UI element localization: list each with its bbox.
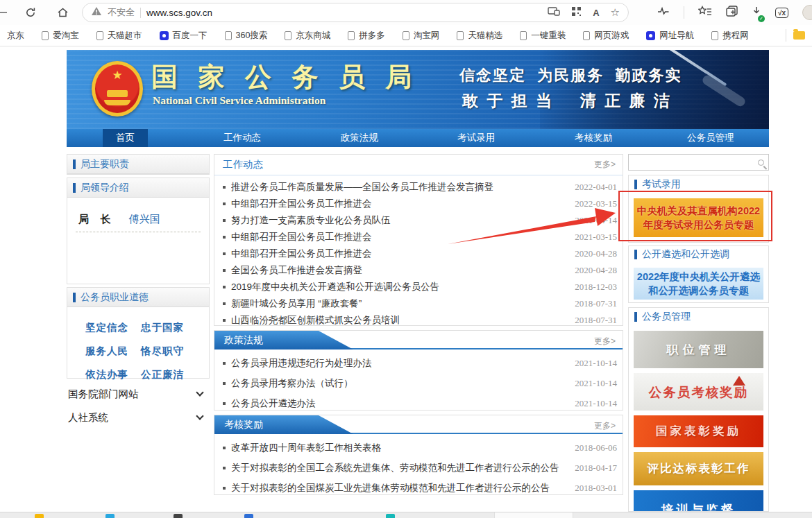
nav-item[interactable]: 公务员管理 [674, 129, 747, 147]
bookmark-item[interactable]: 拼多多 [348, 30, 385, 42]
policy-list-item[interactable]: 公务员录用违规违纪行为处理办法 2021-10-14 [223, 353, 617, 373]
news-list-item[interactable]: 全国公务员工作推进会发言摘登 2020-04-28 [223, 262, 617, 279]
profile-avatar[interactable] [802, 5, 812, 20]
awards-list-item[interactable]: 关于对拟表彰的全国煤炭工业先进集体劳动模范和先进工作者进行公示的公告 2018-… [223, 478, 617, 498]
back-icon[interactable] [0, 12, 7, 13]
search-icon[interactable] [758, 159, 764, 166]
mgmt-banner[interactable]: 职位管理 [634, 331, 763, 368]
mgmt-banner-label: 评比达标表彰工作 [648, 461, 750, 476]
nav-item[interactable]: 考核奖励 [561, 129, 625, 147]
news-more-link[interactable]: 更多> [594, 159, 616, 171]
policy-list-item[interactable]: 公务员公开遴选办法 2021-10-14 [223, 393, 617, 413]
browser-essentials-icon[interactable] [657, 6, 670, 19]
exam-2022-banner[interactable]: 中央机关及其直属机构2022 年度考试录用公务员专题 [634, 198, 763, 237]
ethics-link[interactable]: 坚定信念 [85, 321, 141, 334]
policy-list-item[interactable]: 公务员录用考察办法（试行） 2021-10-14 [223, 373, 617, 393]
mgmt-banner[interactable]: 公务员考核奖励 [634, 373, 763, 411]
ethics-link[interactable]: 公正廉洁 [141, 368, 196, 381]
mgmt-banner[interactable]: 国家表彰奖励 [634, 415, 763, 447]
device-preview-icon[interactable] [548, 6, 560, 19]
awards-section-title[interactable]: 考核奖励 [214, 415, 353, 434]
ethics-link[interactable]: 依法办事 [85, 368, 141, 381]
bookmark-label: 网址导航 [659, 30, 694, 42]
url-text[interactable]: www.scs.gov.cn [146, 8, 542, 18]
taskbar-app-icon[interactable] [35, 514, 44, 518]
news-box: 工作动态 更多> 推进公务员工作高质量发展——全国公务员工作推进会发言摘登 20… [214, 154, 623, 326]
exam-header[interactable]: 考试录用 [629, 175, 768, 193]
bookmark-item[interactable]: 天猫精选 [457, 30, 502, 42]
awards-list-item[interactable]: 关于对拟表彰的全国工会系统先进集体、劳动模范和先进工作者进行公示的公告 2018… [223, 458, 617, 478]
home-icon[interactable] [56, 6, 69, 19]
refresh-icon[interactable] [24, 6, 37, 19]
qr-code-icon[interactable] [571, 6, 582, 19]
bookmark-item[interactable]: 360搜索 [225, 30, 268, 42]
taskbar-app-icon[interactable] [105, 514, 115, 518]
mgmt-banner[interactable]: 评比达标表彰工作 [634, 452, 763, 485]
govt-sites-dropdown[interactable]: 国务院部门网站 [68, 386, 207, 402]
nav-item[interactable]: 首页 [103, 129, 148, 147]
bullet-icon [223, 286, 226, 288]
news-list-item[interactable]: 中组部召开全国公务员工作推进会 2021-03-15 [223, 229, 617, 245]
leaders-header[interactable]: 局领导介绍 [67, 178, 209, 198]
news-list-item[interactable]: 中组部召开全国公务员工作推进会 2022-03-15 [223, 196, 617, 212]
news-list-item[interactable]: 2019年度中央机关公开遴选和公开选调公务员公告 2018-12-03 [223, 279, 617, 295]
downloads-icon[interactable]: ✓ [752, 6, 761, 19]
bookmark-item[interactable]: 淘宝网 [403, 30, 440, 42]
awards-title: 关于对拟表彰的全国工会系统先进集体、劳动模范和先进工作者进行公示的公告 [231, 462, 568, 474]
nav-item[interactable]: 考试录用 [444, 129, 508, 147]
select-2022-banner[interactable]: 2022年度中央机关公开遴选 和公开选调公务员专题 [634, 268, 763, 300]
nav-item[interactable]: 政策法规 [328, 129, 391, 147]
header-bar-icon [634, 250, 637, 259]
taskbar-app-icon[interactable] [174, 514, 183, 518]
mgmt-header[interactable]: 公务员管理 [629, 308, 768, 326]
policy-section-title[interactable]: 政策法规 [214, 331, 353, 349]
address-bar[interactable]: 不安全 www.scs.gov.cn A ☆ [82, 3, 629, 22]
nav-item[interactable]: 工作动态 [210, 129, 274, 147]
search-input[interactable] [633, 155, 758, 169]
news-list-item[interactable]: 推进公务员工作高质量发展——全国公务员工作推进会发言摘登 2022-04-01 [223, 179, 617, 196]
taskbar-active-app[interactable] [494, 512, 573, 518]
bookmark-item[interactable]: 京东商城 [285, 30, 330, 42]
bookmark-item[interactable]: 天猫超市 [96, 30, 142, 42]
bookmark-label: 网页游戏 [594, 30, 629, 42]
news-list-item[interactable]: 山西临汾尧都区创新模式抓实公务员培训 2018-07-31 [223, 312, 617, 329]
chevron-down-icon [196, 388, 203, 396]
site-search-box[interactable] [628, 154, 769, 171]
bookmark-item[interactable]: 网址导航 [646, 30, 694, 42]
leader-name-link[interactable]: 傅兴国 [129, 213, 160, 226]
taskbar-app-icon[interactable] [244, 514, 253, 518]
bookmark-item[interactable]: 携程网 [711, 30, 749, 42]
ethics-link[interactable]: 恪尽职守 [141, 345, 196, 358]
ethics-link[interactable]: 忠于国家 [141, 321, 196, 334]
bookmark-label: 拼多多 [359, 30, 385, 42]
hr-system-dropdown[interactable]: 人社系统 [68, 409, 207, 426]
favorites-icon[interactable] [698, 6, 712, 19]
other-favorites-folder-icon[interactable] [793, 31, 805, 40]
news-list-item[interactable]: 努力打造一支高素质专业化公务员队伍 2021-04-14 [223, 212, 617, 229]
bookmark-item[interactable]: 一键重装 [520, 30, 566, 42]
news-section-title[interactable]: 工作动态 [223, 158, 263, 171]
header-bar-icon [73, 183, 76, 193]
bookmark-favicon [646, 31, 655, 40]
news-list-item[interactable]: 新疆叶城公务员享用 “廉政套餐” 2018-07-31 [223, 295, 617, 312]
duties-header[interactable]: 局主要职责 [67, 155, 209, 174]
mgmt-banner[interactable]: 培训与监督 [634, 490, 763, 512]
security-label[interactable]: 不安全 [108, 6, 135, 19]
read-aloud-icon[interactable]: A [593, 8, 599, 18]
awards-list-item[interactable]: 改革开放四十周年表彰工作相关表格 2018-06-06 [223, 438, 617, 458]
policy-more-link[interactable]: 更多> [594, 336, 616, 347]
bookmark-item[interactable]: 京东 [7, 30, 24, 42]
ethics-header[interactable]: 公务员职业道德 [67, 288, 209, 307]
taskbar-app-icon[interactable] [386, 514, 395, 518]
math-solver-icon[interactable]: √x [775, 8, 788, 18]
bookmark-item[interactable]: 百度一下 [160, 30, 208, 42]
emblem-gate [107, 90, 128, 97]
ethics-link[interactable]: 服务人民 [85, 345, 141, 358]
select-header[interactable]: 公开遴选和公开选调 [629, 246, 768, 263]
bookmark-item[interactable]: 网页游戏 [583, 30, 629, 42]
collections-icon[interactable] [726, 6, 738, 19]
news-list-item[interactable]: 中组部召开全国公务员工作推进会 2020-04-28 [223, 245, 617, 262]
bookmark-item[interactable]: 爱淘宝 [42, 30, 79, 42]
favorite-add-star-icon[interactable]: ☆ [611, 6, 620, 19]
awards-more-link[interactable]: 更多> [594, 420, 616, 432]
